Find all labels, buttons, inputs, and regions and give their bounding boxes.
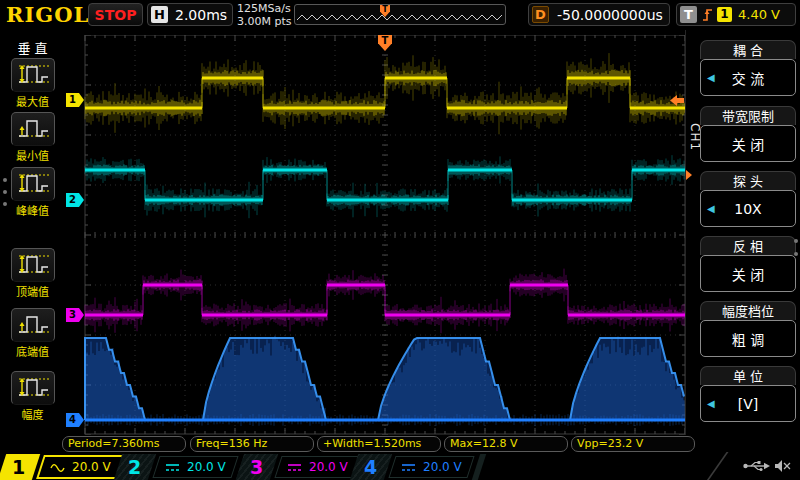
- measurement-period[interactable]: Period=7.360ms: [62, 436, 186, 452]
- left-menu-title: 垂 直: [0, 38, 65, 57]
- left-arrow-icon: ◀: [707, 398, 715, 409]
- coupling-title: 耦 合: [700, 40, 796, 59]
- menu-group-unit: 单 位 ◀ [V]: [700, 366, 796, 422]
- vtop-icon: [15, 251, 53, 277]
- channel-4-status[interactable]: 4 20.0 V: [354, 454, 482, 480]
- vpp-label: 峰峰值: [0, 202, 65, 218]
- unit-button[interactable]: ◀ [V]: [700, 385, 796, 422]
- status-icons: [742, 458, 792, 479]
- channel-3-status[interactable]: 3 20.0 V: [240, 454, 368, 480]
- dc-coupling-icon: [287, 462, 302, 473]
- vmax-label: 最大值: [0, 93, 65, 109]
- volts-scale-mode-title: 幅度档位: [700, 301, 796, 320]
- vpp-icon: [15, 170, 53, 196]
- trigger-status[interactable]: T 1 4.40 V: [676, 3, 796, 26]
- trigger-level-value: 4.40 V: [738, 7, 780, 22]
- vamp-icon: [15, 374, 53, 400]
- channel-3-settings[interactable]: 20.0 V: [274, 456, 360, 478]
- coupling-value: 交 流: [732, 68, 764, 88]
- run-state-indicator[interactable]: STOP: [88, 3, 143, 26]
- left-arrow-icon: ◀: [707, 203, 715, 214]
- graticule-display: 1 2 3 4 T: [65, 30, 685, 440]
- channel-3-number[interactable]: 3: [236, 454, 278, 480]
- top-status-bar: RIGOL STOP H 2.00ms 125MSa/s 3.00M pts T…: [0, 0, 800, 31]
- channel-1-scale: 20.0 V: [72, 460, 111, 474]
- invert-button[interactable]: 关 闭: [700, 255, 796, 292]
- waveform-memory-strip[interactable]: T: [294, 4, 506, 25]
- channel-2-number[interactable]: 2: [114, 454, 156, 480]
- left-measure-menu: 垂 直: [0, 30, 65, 435]
- invert-value: 关 闭: [732, 264, 764, 284]
- left-arrow-icon: ◀: [707, 72, 715, 83]
- vbase-label: 底端值: [0, 343, 65, 359]
- channel-1-status[interactable]: 1 20.0 V: [2, 454, 132, 480]
- vmin-button[interactable]: [11, 112, 55, 146]
- invert-title: 反 相: [700, 236, 796, 255]
- channel-1-number[interactable]: 1: [0, 454, 40, 480]
- channel-1-settings[interactable]: 20.0 V: [36, 455, 125, 479]
- ac-coupling-icon: [50, 462, 65, 473]
- channel-2-scale: 20.0 V: [187, 460, 226, 474]
- volts-scale-mode-value: 粗 调: [732, 329, 764, 349]
- volts-scale-mode-button[interactable]: 粗 调: [700, 320, 796, 357]
- channel-4-settings[interactable]: 20.0 V: [388, 456, 474, 478]
- bandwidth-value: 关 闭: [732, 134, 764, 154]
- menu-group-invert: 反 相 关 闭: [700, 236, 796, 292]
- horizontal-timebase[interactable]: H 2.00ms: [147, 3, 233, 26]
- delay-icon: D: [532, 6, 549, 23]
- bandwidth-button[interactable]: 关 闭: [700, 125, 796, 162]
- vbase-button[interactable]: [11, 308, 55, 342]
- menu-group-volts-scale-mode: 幅度档位 粗 调: [700, 301, 796, 357]
- channel-tab-arrow-icon: [686, 170, 692, 180]
- vpp-button[interactable]: [11, 167, 55, 201]
- rising-edge-icon: [701, 6, 714, 23]
- corner-divider: [705, 452, 738, 480]
- measure-group-vtop: 顶端值: [0, 248, 65, 299]
- dc-coupling-icon: [165, 462, 180, 473]
- memory-waveform-icon: [295, 5, 505, 24]
- waveform-plot: [65, 35, 685, 435]
- measurement-vpp[interactable]: Vpp=23.2 V: [571, 436, 695, 452]
- vmax-icon: [15, 61, 53, 87]
- measurement-max[interactable]: Max=12.8 V: [444, 436, 568, 452]
- measurement-pwidth[interactable]: +Width=1.520ms: [317, 436, 441, 452]
- delay-value: -50.0000000us: [557, 7, 663, 23]
- measure-group-vbase: 底端值: [0, 308, 65, 359]
- menu-group-coupling: 耦 合 ◀ 交 流: [700, 40, 796, 96]
- menu-group-probe: 探 头 ◀ 10X: [700, 171, 796, 227]
- probe-button[interactable]: ◀ 10X: [700, 190, 796, 227]
- menu-group-bandwidth: 带宽限制 关 闭: [700, 106, 796, 162]
- probe-value: 10X: [734, 201, 761, 217]
- measurement-freq[interactable]: Freq=136 Hz: [190, 436, 314, 452]
- probe-title: 探 头: [700, 171, 796, 190]
- channel-3-scale: 20.0 V: [309, 460, 348, 474]
- channel-2-settings[interactable]: 20.0 V: [152, 456, 238, 478]
- channel-4-number[interactable]: 4: [350, 454, 392, 480]
- sample-rate: 125MSa/s: [237, 2, 292, 15]
- trigger-icon: T: [680, 6, 697, 23]
- vtop-button[interactable]: [11, 248, 55, 282]
- horizontal-icon: H: [151, 6, 168, 23]
- vamp-label: 幅度: [0, 406, 65, 422]
- trigger-source-badge: 1: [717, 7, 732, 22]
- unit-value: [V]: [738, 396, 759, 412]
- unit-title: 单 位: [700, 366, 796, 385]
- brand-logo: RIGOL: [6, 2, 89, 27]
- acquisition-info: 125MSa/s 3.00M pts: [237, 2, 292, 28]
- memory-depth: 3.00M pts: [237, 15, 292, 28]
- measurement-bar: Period=7.360ms Freq=136 Hz +Width=1.520m…: [0, 436, 800, 453]
- channel-4-scale: 20.0 V: [423, 460, 462, 474]
- menu-page-dots: [3, 170, 7, 214]
- channel-2-status[interactable]: 2 20.0 V: [118, 454, 246, 480]
- trigger-delay[interactable]: D -50.0000000us: [528, 3, 670, 26]
- coupling-button[interactable]: ◀ 交 流: [700, 59, 796, 96]
- vmin-label: 最小值: [0, 147, 65, 163]
- measure-group-vmax: 最大值: [0, 58, 65, 109]
- vmax-button[interactable]: [11, 58, 55, 92]
- vamp-button[interactable]: [11, 371, 55, 405]
- measure-group-vpp: 峰峰值: [0, 167, 65, 218]
- oscilloscope-screen: RIGOL STOP H 2.00ms 125MSa/s 3.00M pts T…: [0, 0, 800, 480]
- vtop-label: 顶端值: [0, 283, 65, 299]
- timebase-value: 2.00ms: [175, 7, 227, 23]
- bandwidth-title: 带宽限制: [700, 106, 796, 125]
